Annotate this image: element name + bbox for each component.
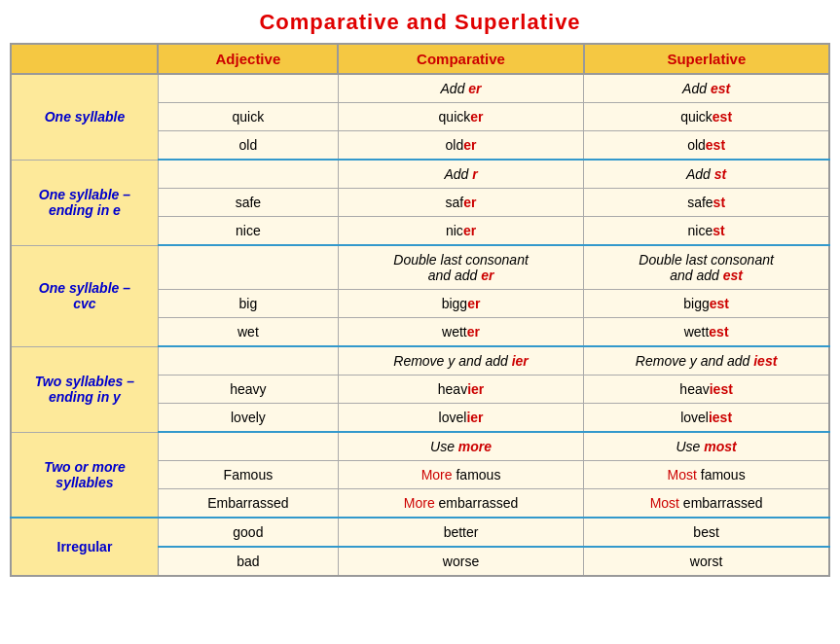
rule-row: Two syllables – ending in yRemove y and …: [11, 346, 829, 376]
superlative-cell: loveliest: [584, 404, 829, 433]
main-table: Adjective Comparative Superlative One sy…: [10, 43, 830, 577]
comparative-cell: More famous: [338, 461, 583, 489]
empty-cell: [158, 245, 338, 290]
category-cell: Two syllables – ending in y: [11, 346, 158, 432]
adjective-cell: quick: [158, 103, 338, 131]
superlative-rule-cell: Add st: [584, 160, 829, 189]
comparative-cell: lovelier: [338, 404, 583, 433]
category-cell: One syllable: [11, 74, 158, 160]
page-title: Comparative and Superlative: [10, 10, 830, 35]
superlative-rule-cell: Double last consonant and add est: [584, 245, 829, 290]
comparative-cell: nicer: [338, 217, 583, 246]
header-col1: Adjective: [158, 44, 338, 74]
comparative-cell: safer: [338, 189, 583, 217]
empty-cell: [158, 74, 338, 103]
superlative-cell: Most famous: [584, 461, 829, 489]
adjective-cell: Embarrassed: [158, 489, 338, 519]
superlative-cell: oldest: [584, 131, 829, 161]
comparative-cell: quicker: [338, 103, 583, 131]
comparative-cell: heavier: [338, 376, 583, 404]
comparative-cell: wetter: [338, 318, 583, 347]
superlative-cell: heaviest: [584, 376, 829, 404]
comparative-cell: better: [338, 518, 583, 547]
superlative-rule-cell: Remove y and add iest: [584, 346, 829, 376]
empty-cell: [158, 432, 338, 461]
rule-row: Two or more syllablesUse moreUse most: [11, 432, 829, 461]
superlative-rule-cell: Add est: [584, 74, 829, 103]
comparative-rule-cell: Double last consonant and add er: [338, 245, 583, 290]
category-cell: One syllable – cvc: [11, 245, 158, 346]
adjective-cell: big: [158, 290, 338, 318]
superlative-cell: quickest: [584, 103, 829, 131]
adjective-cell: bad: [158, 547, 338, 576]
superlative-cell: safest: [584, 189, 829, 217]
superlative-cell: nicest: [584, 217, 829, 246]
category-cell: Irregular: [11, 518, 158, 576]
comparative-rule-cell: Use more: [338, 432, 583, 461]
superlative-rule-cell: Use most: [584, 432, 829, 461]
comparative-rule-cell: Remove y and add ier: [338, 346, 583, 376]
comparative-cell: bigger: [338, 290, 583, 318]
adjective-cell: safe: [158, 189, 338, 217]
adjective-cell: heavy: [158, 376, 338, 404]
empty-cell: [158, 346, 338, 376]
adjective-cell: lovely: [158, 404, 338, 433]
comparative-cell: older: [338, 131, 583, 161]
adjective-cell: good: [158, 518, 338, 547]
superlative-cell: worst: [584, 547, 829, 576]
superlative-cell: Most embarrassed: [584, 489, 829, 519]
adjective-cell: Famous: [158, 461, 338, 489]
adjective-cell: wet: [158, 318, 338, 347]
category-cell: Two or more syllables: [11, 432, 158, 518]
comparative-rule-cell: Add er: [338, 74, 583, 103]
superlative-cell: wettest: [584, 318, 829, 347]
comparative-rule-cell: Add r: [338, 160, 583, 189]
table-row: Irregulargoodbetterbest: [11, 518, 829, 547]
header-col3: Superlative: [584, 44, 829, 74]
header-row: Adjective Comparative Superlative: [11, 44, 829, 74]
empty-cell: [158, 160, 338, 189]
comparative-cell: More embarrassed: [338, 489, 583, 519]
header-col2: Comparative: [338, 44, 583, 74]
rule-row: One syllable – cvcDouble last consonant …: [11, 245, 829, 290]
superlative-cell: best: [584, 518, 829, 547]
category-cell: One syllable – ending in e: [11, 160, 158, 245]
superlative-cell: biggest: [584, 290, 829, 318]
adjective-cell: nice: [158, 217, 338, 246]
adjective-cell: old: [158, 131, 338, 161]
page-wrapper: Comparative and Superlative Adjective Co…: [10, 10, 830, 577]
comparative-cell: worse: [338, 547, 583, 576]
rule-row: One syllable – ending in eAdd rAdd st: [11, 160, 829, 189]
header-col0: [11, 44, 158, 74]
rule-row: One syllableAdd erAdd est: [11, 74, 829, 103]
